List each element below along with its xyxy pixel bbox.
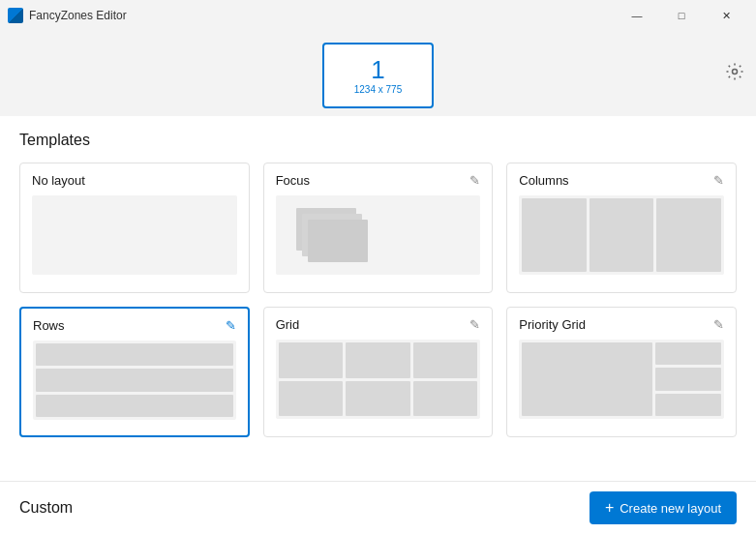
template-name-rows: Rows	[33, 318, 65, 333]
template-card-no-layout[interactable]: No layout	[19, 163, 250, 293]
titlebar-title: FancyZones Editor	[29, 9, 127, 22]
main-content: Templates No layout Focus ✎	[0, 116, 756, 481]
focus-zone-container	[279, 198, 478, 272]
template-card-rows[interactable]: Rows ✎	[19, 307, 250, 437]
template-card-header-columns: Columns ✎	[519, 173, 724, 188]
priority-main-zone	[522, 342, 652, 416]
template-card-header-focus: Focus ✎	[276, 173, 481, 188]
app-icon	[8, 8, 23, 23]
grid-zone-4	[279, 381, 344, 417]
minimize-button[interactable]: —	[615, 0, 659, 31]
row-zone-3	[36, 395, 233, 417]
row-zone-1	[36, 343, 233, 366]
grid-zone-6	[413, 381, 478, 417]
preview-no-layout	[32, 195, 237, 275]
grid-zone-1	[279, 342, 344, 378]
create-button-label: Create new layout	[620, 501, 721, 516]
templates-section-title: Templates	[19, 132, 737, 149]
svg-point-0	[733, 70, 738, 74]
preview-priority	[519, 340, 724, 419]
edit-icon-grid[interactable]: ✎	[469, 317, 480, 332]
rows-zone-container	[36, 343, 233, 417]
col-zone-1	[522, 198, 587, 272]
template-name-focus: Focus	[276, 173, 310, 188]
template-card-grid[interactable]: Grid ✎	[263, 307, 494, 437]
priority-side-zones	[655, 342, 721, 416]
monitor-section: 1 1234 x 775	[0, 31, 756, 116]
edit-icon-columns[interactable]: ✎	[713, 173, 724, 188]
template-name-grid: Grid	[276, 317, 300, 332]
grid-zone-container	[279, 342, 478, 416]
edit-icon-priority[interactable]: ✎	[713, 317, 724, 332]
col-zone-3	[656, 198, 721, 272]
grid-zone-5	[346, 381, 410, 417]
monitor-number: 1	[371, 57, 384, 82]
grid-zone-3	[413, 342, 478, 378]
template-card-columns[interactable]: Columns ✎	[506, 163, 737, 293]
footer: Custom + Create new layout	[0, 481, 756, 534]
monitor-resolution: 1234 x 775	[354, 84, 403, 95]
preview-columns	[519, 195, 724, 275]
titlebar: FancyZones Editor — □ ✕	[0, 0, 756, 31]
settings-icon	[725, 62, 744, 81]
close-button[interactable]: ✕	[704, 0, 748, 31]
preview-rows	[33, 341, 236, 420]
maximize-button[interactable]: □	[659, 0, 704, 31]
preview-focus	[276, 195, 481, 275]
template-card-header-grid: Grid ✎	[276, 317, 481, 332]
titlebar-left: FancyZones Editor	[8, 8, 127, 23]
priority-zone-container	[522, 342, 721, 416]
priority-side-zone-2	[655, 368, 721, 390]
create-new-layout-button[interactable]: + Create new layout	[590, 491, 737, 524]
template-card-priority-grid[interactable]: Priority Grid ✎	[506, 307, 737, 437]
col-zone-2	[590, 198, 654, 272]
edit-icon-rows[interactable]: ✎	[226, 318, 236, 333]
template-name: No layout	[32, 173, 85, 188]
template-name-columns: Columns	[519, 173, 568, 188]
priority-side-zone-1	[655, 342, 721, 365]
empty-zone	[35, 198, 234, 272]
preview-grid	[276, 340, 481, 419]
template-card-header-rows: Rows ✎	[33, 318, 236, 333]
focus-card-front	[308, 220, 368, 262]
settings-icon-wrap[interactable]	[725, 62, 744, 85]
template-card-header: No layout	[32, 173, 237, 188]
priority-side-zone-3	[655, 394, 721, 416]
plus-icon: +	[605, 499, 614, 517]
template-card-focus[interactable]: Focus ✎	[263, 163, 494, 293]
custom-section-title: Custom	[19, 499, 73, 517]
row-zone-2	[36, 369, 233, 391]
grid-zone-2	[346, 342, 410, 378]
monitor-card[interactable]: 1 1234 x 775	[322, 43, 434, 108]
titlebar-controls: — □ ✕	[615, 0, 748, 31]
templates-grid: No layout Focus ✎ Columns	[19, 163, 737, 437]
edit-icon-focus[interactable]: ✎	[469, 173, 480, 188]
template-card-header-priority: Priority Grid ✎	[519, 317, 724, 332]
columns-zone-container	[522, 198, 721, 272]
template-name-priority: Priority Grid	[519, 317, 586, 332]
